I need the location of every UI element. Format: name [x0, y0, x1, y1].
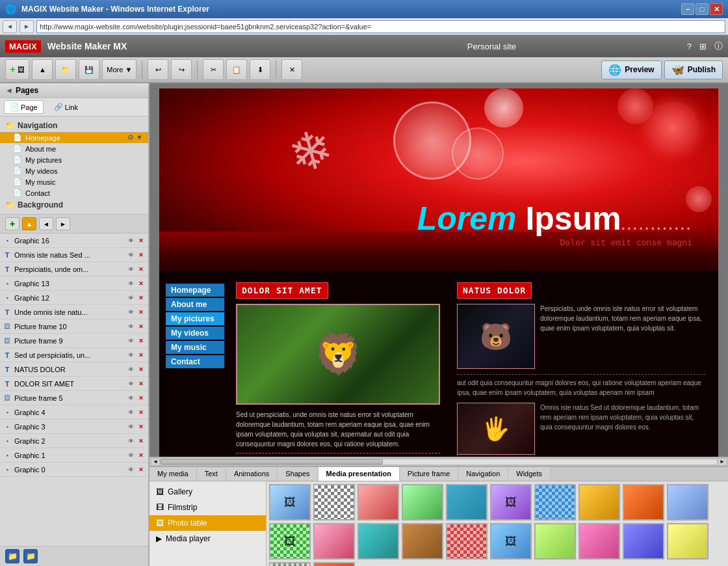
layer-item[interactable]: 🖼 Picture frame 5 👁 ✕ [0, 391, 148, 405]
media-thumb-14[interactable] [446, 523, 488, 559]
media-thumb-9[interactable] [667, 484, 708, 520]
layer-up-button[interactable]: ▲ [22, 217, 36, 230]
layer-delete-icon[interactable]: ✕ [136, 336, 146, 345]
add-layer-button[interactable]: + [5, 217, 20, 230]
redo-button[interactable]: ↪ [171, 59, 192, 80]
tab-animations[interactable]: Animations [226, 467, 278, 481]
site-nav-homepage[interactable]: Homepage [166, 284, 224, 297]
nav-item-homepage[interactable]: 📄 Homepage ⚙ ▼ [0, 132, 148, 143]
media-thumb-4[interactable] [446, 484, 488, 520]
minimize-button[interactable]: – [681, 3, 694, 15]
more-button[interactable]: More ▼ [102, 59, 136, 80]
preview-button[interactable]: 🌐 Preview [601, 61, 661, 79]
media-thumb-18[interactable] [623, 523, 664, 559]
h-scrollbar[interactable]: ◄ ► [150, 457, 728, 466]
layer-item[interactable]: T Unde omnis iste natu... 👁 ✕ [0, 305, 148, 319]
layer-item[interactable]: ▪ Graphic 12 👁 ✕ [0, 291, 148, 305]
h-scrollbar-thumb[interactable] [161, 459, 383, 465]
media-thumb-20[interactable]: 🖼 [269, 562, 311, 566]
undo-button[interactable]: ↩ [148, 59, 168, 80]
layer-next-button[interactable]: ► [56, 217, 70, 230]
layer-item[interactable]: T Perspiciatis, unde om... 👁 ✕ [0, 262, 148, 276]
layer-delete-icon[interactable]: ✕ [136, 394, 146, 403]
layer-eye-icon[interactable]: 👁 [126, 322, 135, 331]
open-button[interactable]: 📁 [55, 59, 76, 80]
scroll-right-button[interactable]: ► [718, 458, 727, 466]
info-button[interactable]: ⓘ [714, 40, 723, 52]
media-thumb-3[interactable] [402, 484, 443, 520]
collapse-arrow[interactable]: ◄ [5, 86, 13, 95]
nav-item-contact[interactable]: 📄 Contact [0, 187, 148, 198]
layer-delete-icon[interactable]: ✕ [136, 236, 146, 245]
layer-item[interactable]: 🖼 Picture frame 9 👁 ✕ [0, 334, 148, 348]
layer-delete-icon[interactable]: ✕ [136, 379, 146, 388]
layer-item[interactable]: ▪ Graphic 3 👁 ✕ [0, 420, 148, 434]
media-thumb-21[interactable] [313, 562, 355, 566]
media-thumb-16[interactable] [534, 523, 576, 559]
back-button[interactable]: ◄ [3, 20, 17, 33]
media-thumb-10[interactable]: 🖼 [269, 523, 311, 559]
media-thumb-12[interactable] [358, 523, 399, 559]
layer-item[interactable]: ▪ Graphic 4 👁 ✕ [0, 405, 148, 420]
layer-eye-icon[interactable]: 👁 [126, 365, 135, 374]
layer-eye-icon[interactable]: 👁 [126, 465, 135, 474]
layer-item[interactable]: ▪ Graphic 16 👁 ✕ [0, 234, 148, 248]
copy-button[interactable]: 📋 [226, 59, 247, 80]
save-button[interactable]: 💾 [79, 59, 99, 80]
layer-delete-icon[interactable]: ✕ [136, 437, 146, 446]
site-nav-videos[interactable]: My videos [166, 327, 224, 340]
layer-delete-icon[interactable]: ✕ [136, 293, 146, 303]
paste-button[interactable]: ⬇ [250, 59, 270, 80]
media-thumb-13[interactable] [402, 523, 443, 559]
new-button[interactable]: + 🖼 [5, 59, 29, 80]
layer-eye-icon[interactable]: 👁 [126, 293, 135, 303]
media-thumb-8[interactable] [623, 484, 664, 520]
canvas-scroll[interactable]: ❄ Lorem Ipsum............ Dolor sit emit… [150, 83, 728, 457]
media-item-photo-table[interactable]: 🖼 Photo table [150, 515, 266, 531]
layer-delete-icon[interactable]: ✕ [136, 250, 146, 260]
layer-delete-icon[interactable]: ✕ [136, 279, 146, 288]
site-nav-music[interactable]: My music [166, 341, 224, 354]
tab-widgets[interactable]: Widgets [508, 467, 551, 481]
media-thumb-7[interactable] [578, 484, 620, 520]
nav-item-music[interactable]: 📄 My music [0, 176, 148, 187]
layer-delete-icon[interactable]: ✕ [136, 465, 146, 474]
media-thumb-6[interactable] [534, 484, 576, 520]
close-button[interactable]: ✕ [710, 3, 723, 15]
layer-item[interactable]: 🖼 Picture frame 10 👁 ✕ [0, 319, 148, 334]
media-thumb-19[interactable] [667, 523, 708, 559]
media-thumb-17[interactable] [578, 523, 620, 559]
tab-text[interactable]: Text [197, 467, 226, 481]
layer-item[interactable]: ▪ Graphic 0 👁 ✕ [0, 463, 148, 477]
h-scrollbar-track[interactable] [160, 459, 718, 465]
media-item-filmstrip[interactable]: 🎞 Filmstrip [150, 500, 266, 515]
layer-eye-icon[interactable]: 👁 [126, 351, 135, 360]
tab-picture-frame[interactable]: Picture frame [400, 467, 458, 481]
layer-delete-icon[interactable]: ✕ [136, 322, 146, 331]
nav-item-about[interactable]: 📄 About me [0, 143, 148, 154]
help-button[interactable]: ? [687, 42, 692, 51]
address-field[interactable] [36, 20, 725, 33]
tab-media-presentation[interactable]: Media presentation [318, 467, 400, 481]
site-nav-about[interactable]: About me [166, 298, 224, 311]
nav-item-pictures[interactable]: 📄 My pictures [0, 154, 148, 165]
media-item-gallery[interactable]: 🖼 Gallery [150, 484, 266, 500]
media-thumb-0[interactable]: 🖼 [269, 484, 311, 520]
forward-button[interactable]: ► [20, 20, 34, 33]
media-item-player[interactable]: ▶ Media player [150, 531, 266, 546]
layer-eye-icon[interactable]: 👁 [126, 336, 135, 345]
nav-item-videos[interactable]: 📄 My videos [0, 165, 148, 176]
folder-btn-1[interactable]: 📁 [5, 549, 20, 563]
folder-btn-2[interactable]: 📁 [23, 549, 38, 563]
layer-delete-icon[interactable]: ✕ [136, 308, 146, 317]
layer-item[interactable]: T DOLOR SIT AMET 👁 ✕ [0, 377, 148, 391]
layer-delete-icon[interactable]: ✕ [136, 408, 146, 417]
layer-eye-icon[interactable]: 👁 [126, 422, 135, 431]
layer-eye-icon[interactable]: 👁 [126, 451, 135, 460]
media-thumb-1[interactable] [313, 484, 355, 520]
layer-item[interactable]: ▪ Graphic 13 👁 ✕ [0, 276, 148, 291]
layer-item[interactable]: T NATUS DOLOR 👁 ✕ [0, 362, 148, 377]
site-nav-contact[interactable]: Contact [166, 355, 224, 368]
layer-item[interactable]: ▪ Graphic 2 👁 ✕ [0, 434, 148, 448]
tab-navigation[interactable]: Navigation [458, 467, 508, 481]
